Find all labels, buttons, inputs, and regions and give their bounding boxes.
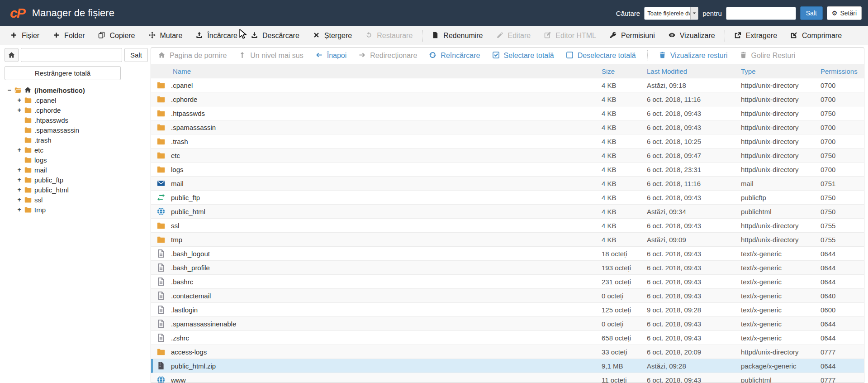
tree-item-mail[interactable]: +mail xyxy=(5,165,148,175)
tree-expander-minus-icon[interactable]: − xyxy=(6,86,12,94)
path-input[interactable] xyxy=(21,48,122,62)
tree-expander-plus-icon[interactable]: + xyxy=(16,206,22,213)
tree-item-trash[interactable]: .trash xyxy=(5,135,148,145)
tree-item-public-html[interactable]: +public_html xyxy=(5,185,148,195)
toolbar-button-fisier[interactable]: Fișier xyxy=(5,26,45,45)
toolbar-button-label: Ștergere xyxy=(324,32,352,40)
toolbar-button-folder[interactable]: Folder xyxy=(47,26,90,45)
tree-expander-plus-icon[interactable]: + xyxy=(16,186,22,193)
tree-expander-plus-icon[interactable]: + xyxy=(16,146,22,153)
tree-item-ssl[interactable]: +ssl xyxy=(5,195,148,205)
table-row-logs[interactable]: logs4 KB6 oct. 2018, 23:31httpd/unix-dir… xyxy=(151,163,864,177)
table-row-zshrc[interactable]: .zshrc658 octeți6 oct. 2018, 09:43text/x… xyxy=(151,331,864,345)
column-header-last-modified[interactable]: Last Modified xyxy=(647,67,741,75)
toolbar-button-mutare[interactable]: Mutare xyxy=(143,26,189,45)
toolbar-button-incarcare[interactable]: Încărcare xyxy=(190,26,243,45)
table-row-cphorde[interactable]: .cphorde4 KB6 oct. 2018, 11:16httpd/unix… xyxy=(151,92,864,106)
tree-item-htpasswds[interactable]: .htpasswds xyxy=(5,115,148,125)
table-row-trash[interactable]: .trash4 KB6 oct. 2018, 10:25httpd/unix-d… xyxy=(151,134,864,148)
column-header-size[interactable]: Size xyxy=(602,67,647,75)
search-input[interactable] xyxy=(726,7,796,20)
toolbar-button-vizualizare[interactable]: Vizualizare xyxy=(663,26,721,45)
file-name-label: .bash_profile xyxy=(171,264,210,272)
tree-item-label: .cpanel xyxy=(34,96,56,104)
toolbar-button-stergere[interactable]: Ștergere xyxy=(307,26,358,45)
toolbar-button-redenumire[interactable]: Redenumire xyxy=(426,26,489,45)
tree-item-home-hostico[interactable]: −(/home/hostico) xyxy=(5,85,148,95)
folder-icon xyxy=(24,146,32,154)
tree-item-cpanel[interactable]: +.cpanel xyxy=(5,95,148,105)
toolbar-button-copiere[interactable]: Copiere xyxy=(92,26,141,45)
actionbar-button-label: Golire Resturi xyxy=(751,52,796,60)
table-row-bash-logout[interactable]: .bash_logout18 octeți6 oct. 2018, 09:43t… xyxy=(151,247,864,261)
actionbar-button-reincarcare[interactable]: Reîncărcare xyxy=(429,52,480,60)
toolbar-button-label: Permisiuni xyxy=(621,32,655,40)
table-row-bashrc[interactable]: .bashrc231 octeți6 oct. 2018, 09:43text/… xyxy=(151,275,864,289)
search-submit-button[interactable]: Salt xyxy=(800,6,823,20)
toolbar-button-comprimare[interactable]: Comprimare xyxy=(785,26,848,45)
file-permissions-cell: 0700 xyxy=(821,96,864,103)
tree-item-cphorde[interactable]: +.cphorde xyxy=(5,105,148,115)
folder-icon xyxy=(24,186,32,194)
file-modified-cell: 6 oct. 2018, 09:43 xyxy=(647,320,741,328)
actionbar-button-deselectare-totala[interactable]: Deselectare totală xyxy=(566,52,636,60)
file-name-label: .lastlogin xyxy=(171,306,198,314)
tree-expander-plus-icon[interactable]: + xyxy=(16,106,22,114)
file-name-label: .spamassassinenable xyxy=(171,320,236,328)
tree-item-spamassassin[interactable]: .spamassassin xyxy=(5,125,148,135)
toolbar-button-extragere[interactable]: Extragere xyxy=(729,26,783,45)
table-row-mail[interactable]: mail4 KB6 oct. 2018, 11:16mail0751 xyxy=(151,177,864,191)
file-permissions-cell: 0751 xyxy=(821,180,864,187)
tree-expander-plus-icon[interactable]: + xyxy=(16,176,22,183)
folder-icon xyxy=(24,166,32,174)
tree-expander-plus-icon[interactable]: + xyxy=(16,96,22,104)
search-scope-select[interactable]: Toate fișierele dvs. xyxy=(644,7,698,20)
folder-icon xyxy=(24,176,32,184)
column-header-type[interactable]: Type xyxy=(741,67,821,75)
table-row-public-ftp[interactable]: public_ftp4 KB6 oct. 2018, 09:43publicft… xyxy=(151,191,864,205)
table-row-lastlogin[interactable]: .lastlogin125 octeți9 oct. 2018, 09:28te… xyxy=(151,303,864,317)
file-size-cell: 4 KB xyxy=(602,138,647,145)
file-modified-cell: 6 oct. 2018, 09:43 xyxy=(647,264,741,272)
column-header-permissions[interactable]: Permissions xyxy=(821,67,864,75)
toolbar-button-permisiuni[interactable]: Permisiuni xyxy=(604,26,661,45)
table-row-contactemail[interactable]: .contactemail0 octeți6 oct. 2018, 09:43t… xyxy=(151,289,864,303)
file-permissions-cell: 0644 xyxy=(821,278,864,286)
table-row-tmp[interactable]: tmp4 KBAstăzi, 09:09httpd/unix-directory… xyxy=(151,233,864,247)
tree-item-label: logs xyxy=(34,156,47,164)
collapse-all-button[interactable]: Restrângere totală xyxy=(5,66,121,80)
actionbar-button-selectare-totala[interactable]: Selectare totală xyxy=(493,52,554,60)
edit-square-icon xyxy=(544,32,552,40)
tree-item-tmp[interactable]: +tmp xyxy=(5,205,148,215)
tree-item-public-ftp[interactable]: +public_ftp xyxy=(5,175,148,185)
table-row-etc[interactable]: etc4 KB6 oct. 2018, 09:47httpd/unix-dire… xyxy=(151,148,864,163)
column-header-name[interactable]: Name xyxy=(151,67,602,75)
tree-expander-plus-icon[interactable]: + xyxy=(16,166,22,173)
table-row-spamassassinenable[interactable]: .spamassassinenable0 octeți6 oct. 2018, … xyxy=(151,317,864,331)
table-row-www[interactable]: www11 octeți6 oct. 2018, 09:43publichtml… xyxy=(151,373,864,383)
file-text-icon xyxy=(157,278,165,286)
home-icon[interactable] xyxy=(5,48,19,62)
arrow-right-icon xyxy=(359,52,367,60)
file-type-cell: text/x-generic xyxy=(741,320,821,328)
refresh-icon xyxy=(429,52,437,60)
path-go-button[interactable]: Salt xyxy=(124,48,148,62)
file-size-cell: 11 octeți xyxy=(602,376,647,383)
tree-item-logs[interactable]: logs xyxy=(5,155,148,165)
table-row-htpasswds[interactable]: .htpasswds4 KB6 oct. 2018, 09:43httpd/un… xyxy=(151,106,864,120)
tree-expander-plus-icon[interactable]: + xyxy=(16,196,22,203)
tree-item-etc[interactable]: +etc xyxy=(5,145,148,155)
table-row-access-logs[interactable]: access-logs33 octeți6 oct. 2018, 20:09ht… xyxy=(151,345,864,359)
table-row-public-html[interactable]: public_html4 KBAstăzi, 09:34publichtml07… xyxy=(151,205,864,219)
toolbar-button-descarcare[interactable]: Descărcare xyxy=(245,26,305,45)
table-row-bash-profile[interactable]: .bash_profile193 octeți6 oct. 2018, 09:4… xyxy=(151,261,864,275)
table-row-ssl[interactable]: ssl4 KB6 oct. 2018, 09:43httpd/unix-dire… xyxy=(151,219,864,233)
table-row-spamassassin[interactable]: .spamassassin4 KB6 oct. 2018, 09:43httpd… xyxy=(151,120,864,134)
table-row-public-html-zip[interactable]: public_html.zip9,1 MBAstăzi, 09:28packag… xyxy=(151,359,864,373)
actionbar-button-inapoi[interactable]: Înapoi xyxy=(316,52,347,60)
table-row-cpanel[interactable]: .cpanel4 KBAstăzi, 09:18httpd/unix-direc… xyxy=(151,78,864,92)
actionbar-button-vizualizare-resturi[interactable]: Vizualizare resturi xyxy=(659,52,728,60)
file-size-cell: 33 octeți xyxy=(602,348,647,356)
settings-button[interactable]: ⚙Setări xyxy=(827,6,862,20)
toolbar-button-label: Încărcare xyxy=(207,32,237,40)
